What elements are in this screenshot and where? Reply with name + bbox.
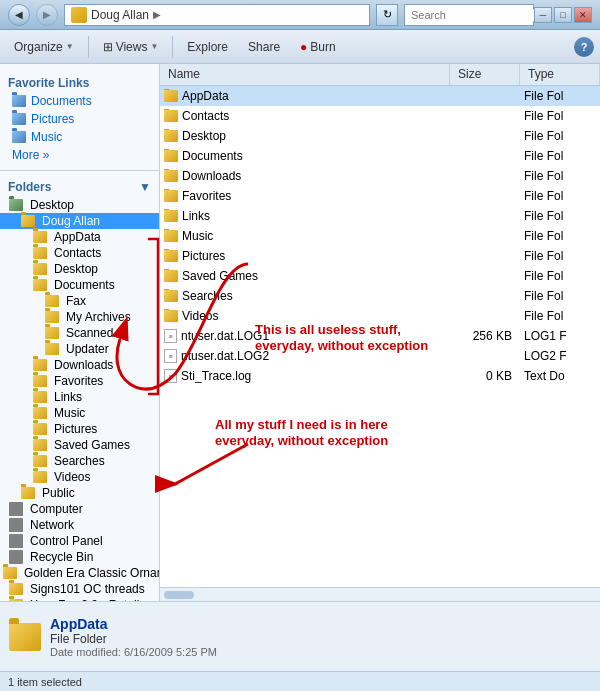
more-label: More »: [12, 148, 49, 162]
folder-icon: [164, 270, 178, 282]
burn-button[interactable]: ● Burn: [292, 34, 344, 60]
tree-item[interactable]: Recycle Bin: [0, 549, 159, 565]
tree-item-label: Golden Era Classic Ornaments Vol 1-2-3: [24, 566, 160, 580]
document-icon: ≡: [164, 369, 177, 383]
table-row[interactable]: DesktopFile Fol: [160, 126, 600, 146]
tree-item[interactable]: Network: [0, 517, 159, 533]
tree-item[interactable]: Computer: [0, 501, 159, 517]
folder-icon: [164, 150, 178, 162]
tree-item[interactable]: Signs101 OC threads: [0, 581, 159, 597]
tree-item-label: Links: [54, 390, 82, 404]
tree-item[interactable]: Contacts: [0, 245, 159, 261]
table-row[interactable]: DownloadsFile Fol: [160, 166, 600, 186]
tree-item[interactable]: Pictures: [0, 421, 159, 437]
search-bar[interactable]: 🔍: [404, 4, 534, 26]
folder-icon: [9, 583, 23, 595]
table-row[interactable]: ≡ntuser.dat.LOG2LOG2 F: [160, 346, 600, 366]
table-row[interactable]: PicturesFile Fol: [160, 246, 600, 266]
tree-item[interactable]: Doug Allan: [0, 213, 159, 229]
column-header-type[interactable]: Type: [520, 64, 600, 85]
table-row[interactable]: SearchesFile Fol: [160, 286, 600, 306]
tree-item-label: Scanned: [66, 326, 113, 340]
refresh-button[interactable]: ↻: [376, 4, 398, 26]
table-row[interactable]: Saved GamesFile Fol: [160, 266, 600, 286]
tree-item[interactable]: Music: [0, 405, 159, 421]
toolbar-separator-2: [172, 36, 173, 58]
table-row[interactable]: VideosFile Fol: [160, 306, 600, 326]
file-name: Documents: [182, 149, 243, 163]
back-button[interactable]: ◀: [8, 4, 30, 26]
tree-item[interactable]: Updater: [0, 341, 159, 357]
table-row[interactable]: ≡ntuser.dat.LOG1256 KBLOG1 F: [160, 326, 600, 346]
tree-item[interactable]: Downloads: [0, 357, 159, 373]
table-row[interactable]: DocumentsFile Fol: [160, 146, 600, 166]
tree-item[interactable]: My Archives: [0, 309, 159, 325]
tree-item[interactable]: AppData: [0, 229, 159, 245]
tree-item[interactable]: XenoFex 2.0 - Retail: [0, 597, 159, 601]
help-button[interactable]: ?: [574, 37, 594, 57]
folder-icon: [33, 359, 47, 371]
table-row[interactable]: ≡Sti_Trace.log0 KBText Do: [160, 366, 600, 386]
music-link[interactable]: Music: [0, 128, 159, 146]
tree-item-label: XenoFex 2.0 - Retail: [30, 598, 139, 601]
explore-button[interactable]: Explore: [179, 34, 236, 60]
file-name-cell: Contacts: [160, 109, 450, 123]
tree-item-label: Signs101 OC threads: [30, 582, 145, 596]
tree-item-label: Fax: [66, 294, 86, 308]
file-type: File Fol: [520, 229, 600, 243]
maximize-button[interactable]: □: [554, 7, 572, 23]
tree-item[interactable]: Documents: [0, 277, 159, 293]
tree-item[interactable]: Public: [0, 485, 159, 501]
tree-item[interactable]: Links: [0, 389, 159, 405]
tree-item[interactable]: Desktop: [0, 197, 159, 213]
tree-item-label: AppData: [54, 230, 101, 244]
folders-header[interactable]: Folders ▼: [0, 177, 159, 197]
views-label: Views: [116, 40, 148, 54]
file-name-cell: ≡ntuser.dat.LOG1: [160, 329, 450, 343]
column-header-size[interactable]: Size: [450, 64, 520, 85]
tree-item[interactable]: Searches: [0, 453, 159, 469]
file-type: File Fol: [520, 189, 600, 203]
tree-item[interactable]: Control Panel: [0, 533, 159, 549]
tree-item[interactable]: Favorites: [0, 373, 159, 389]
file-type: File Fol: [520, 129, 600, 143]
forward-button[interactable]: ▶: [36, 4, 58, 26]
column-header-name[interactable]: Name: [160, 64, 450, 85]
table-row[interactable]: LinksFile Fol: [160, 206, 600, 226]
horizontal-scrollbar[interactable]: [160, 587, 600, 601]
tree-item[interactable]: Saved Games: [0, 437, 159, 453]
tree-item[interactable]: Videos: [0, 469, 159, 485]
file-name: ntuser.dat.LOG2: [181, 349, 269, 363]
table-row[interactable]: FavoritesFile Fol: [160, 186, 600, 206]
address-bar[interactable]: Doug Allan ▶: [64, 4, 370, 26]
tree-item[interactable]: Scanned: [0, 325, 159, 341]
tree-item[interactable]: Fax: [0, 293, 159, 309]
more-link[interactable]: More »: [0, 146, 159, 164]
file-name-cell: Downloads: [160, 169, 450, 183]
folder-icon: [164, 250, 178, 262]
documents-link[interactable]: Documents: [0, 92, 159, 110]
table-row[interactable]: ContactsFile Fol: [160, 106, 600, 126]
share-button[interactable]: Share: [240, 34, 288, 60]
status-folder-icon: [9, 623, 41, 651]
tree-item[interactable]: Desktop: [0, 261, 159, 277]
favorite-links-title: Favorite Links: [0, 72, 159, 92]
table-row[interactable]: AppDataFile Fol: [160, 86, 600, 106]
organize-label: Organize: [14, 40, 63, 54]
tree-item-label: Network: [30, 518, 74, 532]
organize-button[interactable]: Organize ▼: [6, 34, 82, 60]
tree-item[interactable]: Golden Era Classic Ornaments Vol 1-2-3: [0, 565, 159, 581]
folder-tree: DesktopDoug AllanAppDataContactsDesktopD…: [0, 197, 159, 601]
file-name: Links: [182, 209, 210, 223]
pictures-link[interactable]: Pictures: [0, 110, 159, 128]
search-input[interactable]: [411, 9, 549, 21]
table-row[interactable]: MusicFile Fol: [160, 226, 600, 246]
file-name: Searches: [182, 289, 233, 303]
minimize-button[interactable]: ─: [534, 7, 552, 23]
file-type: File Fol: [520, 309, 600, 323]
folder-icon: [164, 210, 178, 222]
folder-icon: [164, 170, 178, 182]
views-button[interactable]: ⊞ Views ▼: [95, 34, 167, 60]
file-name: Desktop: [182, 129, 226, 143]
close-button[interactable]: ✕: [574, 7, 592, 23]
